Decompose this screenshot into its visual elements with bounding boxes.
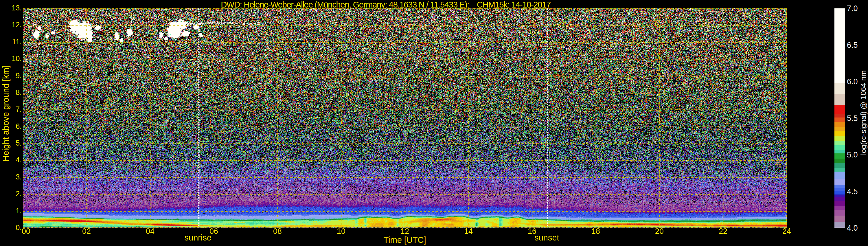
heatmap-canvas (23, 8, 787, 228)
colorbar-canvas (834, 8, 845, 228)
x-tick-label: 08 (273, 227, 282, 236)
colorbar-tick-label: 5.0 (847, 151, 858, 159)
x-tick-label: 24 (782, 227, 791, 236)
y-axis-label: Height above ground [km] (1, 65, 11, 161)
colorbar-label: log(rc-signal) @ 1064 nm (859, 70, 868, 155)
y-tick-label: 6. (16, 122, 22, 130)
colorbar-tick-label: 5.5 (847, 114, 858, 123)
colorbar-tick-label: 4.5 (847, 187, 858, 196)
x-tick-label: 12 (400, 227, 409, 236)
annotation-sunrise: sunrise (185, 233, 212, 243)
y-tick-label: 2. (16, 190, 22, 198)
x-tick-label: 00 (22, 227, 30, 236)
y-tick-label: 11. (12, 38, 22, 46)
annotation-sunset: sunset (534, 233, 559, 243)
colorbar-tick-label: 7.0 (847, 4, 858, 13)
y-tick-label: 1. (16, 207, 22, 215)
x-tick-label: 04 (146, 227, 155, 236)
y-tick-label: 5. (16, 139, 22, 147)
colorbar-tick-label: 4.0 (847, 224, 858, 233)
x-tick-label: 14 (464, 227, 473, 236)
y-tick-label: 9. (16, 71, 22, 80)
y-tick-label: 8. (16, 88, 22, 97)
y-tick-label: 3. (16, 173, 22, 181)
x-tick-label: 10 (337, 227, 345, 236)
colorbar-tick-label: 6.5 (847, 40, 858, 50)
x-tick-label: 02 (82, 227, 91, 236)
y-tick-label: 4. (16, 156, 22, 164)
y-tick-label: 7. (16, 105, 22, 114)
x-tick-label: 18 (591, 227, 600, 236)
y-tick-label: 10. (11, 54, 22, 63)
x-axis-label: Time [UTC] (383, 235, 426, 245)
y-tick-label: 12. (11, 21, 22, 29)
y-tick-label: 0. (16, 223, 22, 232)
x-tick-label: 22 (719, 227, 727, 236)
y-tick-label: 13. (11, 4, 22, 12)
x-tick-label: 20 (655, 227, 664, 236)
colorbar-tick-label: 6.0 (847, 77, 858, 86)
